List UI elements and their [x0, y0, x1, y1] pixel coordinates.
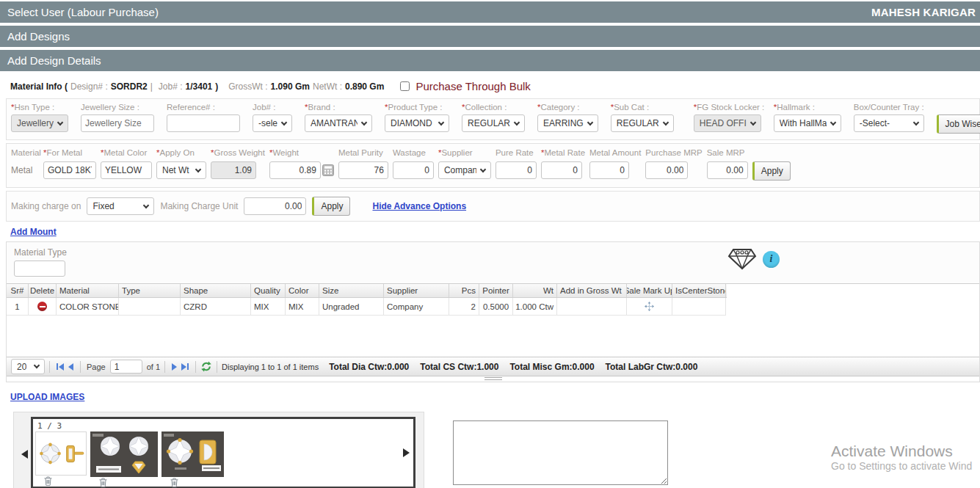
material-col-header: Material: [11, 148, 39, 157]
making-charge-apply-button[interactable]: Apply: [312, 197, 350, 216]
grid-resize-grip[interactable]: [484, 377, 502, 380]
design-image-3[interactable]: [161, 431, 224, 477]
titlebar-add-design-details: Add Design Details: [0, 50, 980, 71]
metal-color-label: Metal Color: [104, 148, 147, 157]
prev-page-button[interactable]: [66, 362, 76, 372]
col-header-pcs[interactable]: Pcs: [449, 284, 479, 297]
notes-textarea[interactable]: [453, 420, 668, 485]
col-header-delete[interactable]: Delete: [29, 284, 57, 297]
hallmark-select[interactable]: With HallMark: [774, 114, 841, 132]
design-image-2[interactable]: [90, 431, 158, 477]
col-header-sale-mark-up[interactable]: Sale Mark Up: [627, 284, 672, 297]
metal-color-input[interactable]: [101, 161, 152, 179]
move-markup-icon[interactable]: [645, 302, 654, 311]
metal-rate-input[interactable]: [541, 161, 582, 179]
col-header-shape[interactable]: Shape: [181, 284, 251, 297]
making-charge-on-select[interactable]: Fixed: [87, 197, 154, 215]
col-header-size[interactable]: Size: [319, 284, 384, 297]
purchase-through-bulk-checkbox[interactable]: [400, 81, 410, 91]
apply-on-select[interactable]: Net Wt: [156, 161, 206, 179]
category-select[interactable]: EARRING: [537, 114, 598, 132]
fg-stock-locker-select[interactable]: HEAD OFFICE: [694, 114, 761, 132]
delete-image-icon[interactable]: [44, 476, 52, 486]
cell-shape: CZRD: [181, 298, 251, 316]
delete-image-icon[interactable]: [99, 478, 107, 487]
hsn-type-label: Hsn Type :: [14, 103, 54, 112]
col-header-supplier[interactable]: Supplier: [384, 284, 449, 297]
reference-input[interactable]: [167, 114, 240, 132]
box-counter-tray-value: -Select-: [860, 118, 890, 128]
job-select[interactable]: -select-: [253, 114, 292, 132]
cell-pcs: 2: [449, 298, 479, 316]
metal-purity-input[interactable]: [338, 161, 388, 179]
product-type-value: DIAMOND JEWE: [391, 118, 435, 128]
gross-wt-value: 1.090 Gm: [271, 81, 310, 92]
cell-pointer: 0.5000: [479, 298, 513, 316]
col-header-add-in-gross-wt[interactable]: Add in Gross Wt: [557, 284, 627, 297]
col-header-type[interactable]: Type: [119, 284, 181, 297]
cell-quality: MIX: [251, 298, 286, 316]
product-type-select[interactable]: DIAMOND JEWE: [385, 114, 449, 132]
col-header-quality[interactable]: Quality: [251, 284, 286, 297]
hide-advance-options-link[interactable]: Hide Advance Options: [372, 201, 466, 211]
col-header-material[interactable]: Material: [57, 284, 119, 297]
next-page-button[interactable]: [170, 362, 179, 372]
metal-rate-label: Metal Rate: [544, 148, 585, 157]
metal-apply-button[interactable]: Apply: [752, 161, 791, 181]
chevron-down-icon: [438, 119, 444, 125]
job-wise-button[interactable]: Job Wise: [937, 114, 980, 134]
purchase-mrp-input[interactable]: [645, 161, 688, 179]
col-header-wt[interactable]: Wt: [513, 284, 557, 297]
refresh-icon[interactable]: [200, 361, 212, 372]
total-misc-gm: Total Misc Gm:0.000: [509, 362, 594, 372]
field-job: Job# : -select-: [253, 103, 292, 134]
col-header-is-center-stone[interactable]: IsCenterStone: [672, 284, 726, 297]
apply-on-label: Apply On: [159, 148, 194, 157]
hsn-type-select[interactable]: Jewellery: [11, 114, 68, 132]
page-number-input[interactable]: [110, 360, 142, 374]
first-page-button[interactable]: [54, 362, 66, 372]
wastage-input[interactable]: [393, 161, 434, 179]
sub-cat-select[interactable]: REGULAR: [611, 114, 674, 132]
field-box-counter-tray: Box/Counter Tray : -Select-: [854, 103, 924, 134]
sale-mrp-input[interactable]: [707, 161, 748, 179]
field-metal-purity: Metal Purity: [338, 148, 388, 179]
carousel-next-icon[interactable]: [403, 448, 410, 457]
collection-select[interactable]: REGULAR: [462, 114, 525, 132]
col-header-pointer[interactable]: Pointer: [479, 284, 513, 297]
cell-add-in-gross-wt: [557, 298, 627, 316]
box-counter-tray-select[interactable]: -Select-: [854, 114, 924, 132]
grid-totals: Total Dia Ctw:0.000 Total CS Ctw:1.000 T…: [329, 362, 697, 372]
jewellery-size-input[interactable]: [81, 114, 154, 132]
separator: [164, 361, 165, 373]
weight-input[interactable]: [269, 161, 321, 179]
making-charge-unit-input[interactable]: [244, 197, 306, 215]
design-image-1[interactable]: [35, 431, 87, 476]
calculator-icon[interactable]: [322, 164, 334, 176]
for-metal-input[interactable]: [43, 161, 96, 179]
brand-select[interactable]: AMANTRAN: [305, 114, 372, 132]
total-dia-ctw: Total Dia Ctw:0.000: [329, 362, 409, 372]
info-icon[interactable]: i: [763, 251, 780, 268]
thumbnail-item: [161, 431, 224, 487]
col-header-color[interactable]: Color: [286, 284, 319, 297]
carousel-prev-icon[interactable]: [21, 450, 28, 459]
material-type-input[interactable]: [14, 261, 65, 277]
delete-row-icon[interactable]: [37, 302, 47, 311]
sub-cat-label: Sub Cat :: [614, 103, 649, 112]
supplier-label: Supplier: [441, 148, 472, 157]
page-size-select[interactable]: 20: [11, 359, 45, 374]
add-mount-link[interactable]: Add Mount: [10, 227, 57, 237]
delete-image-icon[interactable]: [170, 478, 178, 487]
supplier-select[interactable]: Company: [438, 161, 491, 179]
pure-rate-input[interactable]: [496, 161, 537, 179]
field-metal-amount: Metal Amount: [589, 148, 641, 179]
logged-in-user: MAHESH KARIGAR: [871, 6, 976, 18]
last-page-button[interactable]: [179, 362, 191, 372]
col-header-sr[interactable]: Sr#: [7, 284, 29, 297]
image-counter: 1 / 3: [37, 421, 413, 431]
upload-images-link[interactable]: UPLOAD IMAGES: [10, 392, 84, 402]
metal-amount-input[interactable]: [589, 161, 629, 179]
diamond-icon[interactable]: [727, 248, 757, 270]
cell-color: MIX: [286, 298, 319, 316]
